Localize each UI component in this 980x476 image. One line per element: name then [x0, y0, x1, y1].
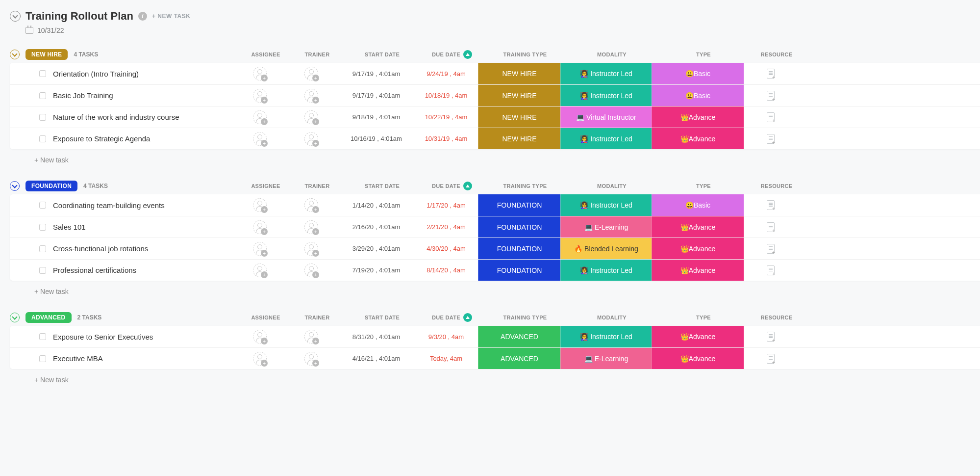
resource-add-icon[interactable] — [767, 200, 775, 210]
column-header-due-date[interactable]: DUE DATE — [420, 50, 484, 59]
column-header-modality[interactable]: MODALITY — [566, 183, 657, 189]
task-row[interactable]: Executive MBA4/16/21 , 4:01amToday, 4amA… — [10, 347, 980, 369]
assignee-add-icon[interactable] — [253, 352, 267, 366]
column-header-due-date[interactable]: DUE DATE — [420, 182, 484, 190]
group-badge-advanced[interactable]: ADVANCED — [25, 312, 72, 323]
task-row[interactable]: Orientation (Intro Training)9/17/19 , 4:… — [10, 63, 980, 84]
type-tag[interactable]: 👑Advance — [652, 106, 744, 128]
trainer-add-icon[interactable] — [304, 132, 318, 146]
type-tag[interactable]: 👑Advance — [652, 348, 744, 369]
column-header-modality[interactable]: MODALITY — [566, 52, 657, 57]
column-header-resource[interactable]: RESOURCE — [750, 52, 804, 57]
modality-tag[interactable]: 👩‍🏫 Instructor Led — [560, 326, 652, 347]
column-header-assignee[interactable]: ASSIGNEE — [241, 183, 290, 189]
task-row[interactable]: Basic Job Training9/17/19 , 4:01am10/18/… — [10, 84, 980, 106]
column-header-start-date[interactable]: START DATE — [344, 52, 420, 57]
type-tag[interactable]: 😀Basic — [652, 194, 744, 216]
training-type-tag[interactable]: FOUNDATION — [478, 194, 560, 216]
sort-asc-icon[interactable] — [463, 313, 472, 322]
status-checkbox[interactable] — [39, 70, 46, 77]
status-checkbox[interactable] — [39, 202, 46, 209]
new-task-button[interactable]: + New task — [10, 369, 980, 384]
assignee-add-icon[interactable] — [253, 220, 267, 234]
column-header-training-type[interactable]: TRAINING TYPE — [484, 315, 566, 320]
collapse-group-icon[interactable] — [10, 313, 20, 322]
column-header-type[interactable]: TYPE — [657, 52, 750, 57]
column-header-training-type[interactable]: TRAINING TYPE — [484, 52, 566, 57]
column-header-assignee[interactable]: ASSIGNEE — [241, 315, 290, 320]
task-row[interactable]: Coordinating team-building events1/14/20… — [10, 194, 980, 216]
modality-tag[interactable]: 🔥 Blended Learning — [560, 238, 652, 259]
resource-add-icon[interactable] — [767, 134, 775, 144]
column-header-trainer[interactable]: TRAINER — [290, 183, 344, 189]
training-type-tag[interactable]: FOUNDATION — [478, 260, 560, 281]
assignee-add-icon[interactable] — [253, 67, 267, 80]
status-checkbox[interactable] — [39, 355, 46, 362]
column-header-trainer[interactable]: TRAINER — [290, 315, 344, 320]
resource-add-icon[interactable] — [767, 244, 775, 254]
assignee-add-icon[interactable] — [253, 198, 267, 212]
column-header-start-date[interactable]: START DATE — [344, 315, 420, 320]
resource-add-icon[interactable] — [767, 112, 775, 122]
assignee-add-icon[interactable] — [253, 242, 267, 256]
status-checkbox[interactable] — [39, 114, 46, 121]
type-tag[interactable]: 👑Advance — [652, 260, 744, 281]
new-task-button[interactable]: + New task — [10, 281, 980, 295]
column-header-type[interactable]: TYPE — [657, 315, 750, 320]
trainer-add-icon[interactable] — [304, 110, 318, 124]
modality-tag[interactable]: 👩‍🏫 Instructor Led — [560, 194, 652, 216]
task-row[interactable]: Sales 1012/16/20 , 4:01am2/21/20 , 4amFO… — [10, 216, 980, 238]
training-type-tag[interactable]: ADVANCED — [478, 326, 560, 347]
type-tag[interactable]: 👑Advance — [652, 238, 744, 259]
modality-tag[interactable]: 💻 Virtual Instructor — [560, 106, 652, 128]
column-header-modality[interactable]: MODALITY — [566, 315, 657, 320]
modality-tag[interactable]: 👩‍🏫 Instructor Led — [560, 63, 652, 84]
group-badge-new-hire[interactable]: NEW HIRE — [25, 49, 68, 60]
column-header-type[interactable]: TYPE — [657, 183, 750, 189]
assignee-add-icon[interactable] — [253, 89, 267, 103]
type-tag[interactable]: 😀Basic — [652, 63, 744, 84]
new-task-header-button[interactable]: + NEW TASK — [152, 13, 190, 20]
status-checkbox[interactable] — [39, 92, 46, 99]
modality-tag[interactable]: 👩‍🏫 Instructor Led — [560, 128, 652, 149]
trainer-add-icon[interactable] — [304, 264, 318, 277]
resource-add-icon[interactable] — [767, 354, 775, 364]
training-type-tag[interactable]: NEW HIRE — [478, 128, 560, 149]
training-type-tag[interactable]: FOUNDATION — [478, 238, 560, 259]
new-task-button[interactable]: + New task — [10, 149, 980, 164]
sort-asc-icon[interactable] — [463, 50, 472, 59]
task-row[interactable]: Exposure to Senior Executives8/31/20 , 4… — [10, 326, 980, 347]
column-header-trainer[interactable]: TRAINER — [290, 52, 344, 57]
trainer-add-icon[interactable] — [304, 67, 318, 80]
info-icon[interactable]: i — [138, 12, 147, 21]
column-header-start-date[interactable]: START DATE — [344, 183, 420, 189]
status-checkbox[interactable] — [39, 135, 46, 142]
training-type-tag[interactable]: NEW HIRE — [478, 85, 560, 106]
training-type-tag[interactable]: ADVANCED — [478, 348, 560, 369]
modality-tag[interactable]: 👩‍🏫 Instructor Led — [560, 85, 652, 106]
task-row[interactable]: Professional certifications7/19/20 , 4:0… — [10, 259, 980, 281]
collapse-plan-icon[interactable] — [10, 11, 21, 22]
trainer-add-icon[interactable] — [304, 330, 318, 344]
resource-add-icon[interactable] — [767, 91, 775, 101]
trainer-add-icon[interactable] — [304, 220, 318, 234]
resource-add-icon[interactable] — [767, 265, 775, 275]
type-tag[interactable]: 👑Advance — [652, 128, 744, 149]
type-tag[interactable]: 👑Advance — [652, 326, 744, 347]
type-tag[interactable]: 👑Advance — [652, 216, 744, 238]
trainer-add-icon[interactable] — [304, 198, 318, 212]
collapse-group-icon[interactable] — [10, 181, 20, 191]
column-header-resource[interactable]: RESOURCE — [750, 315, 804, 320]
task-row[interactable]: Nature of the work and industry course9/… — [10, 106, 980, 128]
sort-asc-icon[interactable] — [463, 182, 472, 190]
task-row[interactable]: Exposure to Strategic Agenda10/16/19 , 4… — [10, 128, 980, 149]
assignee-add-icon[interactable] — [253, 132, 267, 146]
column-header-training-type[interactable]: TRAINING TYPE — [484, 183, 566, 189]
resource-add-icon[interactable] — [767, 332, 775, 342]
group-badge-foundation[interactable]: FOUNDATION — [25, 181, 77, 191]
resource-add-icon[interactable] — [767, 222, 775, 232]
task-row[interactable]: Cross-functional job rotations3/29/20 , … — [10, 238, 980, 259]
modality-tag[interactable]: 💻 E-Learning — [560, 348, 652, 369]
training-type-tag[interactable]: NEW HIRE — [478, 106, 560, 128]
modality-tag[interactable]: 👩‍🏫 Instructor Led — [560, 260, 652, 281]
